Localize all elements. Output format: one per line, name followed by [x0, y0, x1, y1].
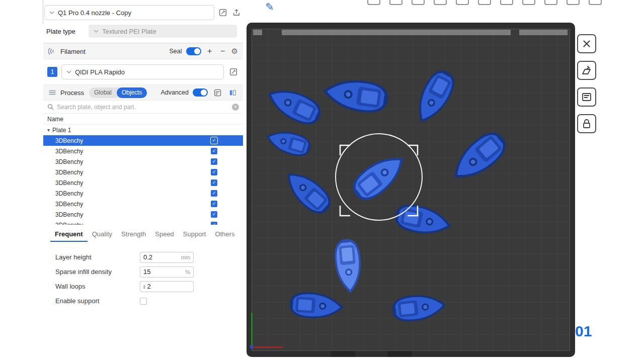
- search-icon: [47, 104, 54, 110]
- toolbar-icon-stub[interactable]: [522, 0, 535, 5]
- toolbar-icon-stub[interactable]: [412, 0, 425, 5]
- object-visibility-checkbox[interactable]: ✓: [211, 169, 217, 175]
- object-tree-row[interactable]: 3DBenchy✓: [43, 156, 243, 167]
- filament-section-header: Filament Seal + − ⚙: [43, 43, 243, 59]
- object-visibility-checkbox[interactable]: ✓: [211, 179, 217, 186]
- printer-row: Q1 Pro 0.4 nozzle - Copy: [44, 5, 242, 20]
- sparse-infill-density-input[interactable]: 15%: [140, 266, 194, 278]
- filament-dropdown[interactable]: QIDI PLA Rapido: [61, 64, 224, 79]
- filament-slot-number[interactable]: 1: [47, 67, 57, 77]
- edit-process-list-icon[interactable]: [212, 87, 223, 98]
- object-name: 3DBenchy: [55, 201, 83, 208]
- object-visibility-checkbox[interactable]: ✓: [211, 201, 217, 207]
- object-visibility-checkbox[interactable]: ✓: [211, 137, 217, 144]
- process-section-header: Process Global Objects Advanced: [43, 84, 243, 101]
- edit-pencil-icon[interactable]: ✎: [265, 1, 274, 13]
- object-name: 3DBenchy: [55, 211, 83, 218]
- seal-toggle[interactable]: [186, 47, 201, 55]
- toolbar-icon-stub[interactable]: [567, 0, 580, 5]
- tab-strength[interactable]: Strength: [117, 230, 150, 242]
- object-tree-row[interactable]: 3DBenchy✓: [43, 199, 243, 209]
- arrange-button[interactable]: [577, 87, 596, 107]
- spinner-arrows-icon[interactable]: ▴▾: [143, 284, 145, 289]
- left-panel: Q1 Pro 0.4 nozzle - Copy Plate type Text…: [0, 0, 243, 362]
- wall-loops-input[interactable]: ▴▾2: [140, 281, 194, 292]
- seal-label: Seal: [170, 48, 182, 55]
- advanced-toggle[interactable]: [193, 88, 208, 97]
- process-layers-icon: [48, 88, 56, 97]
- filament-settings-gear-icon[interactable]: ⚙: [231, 47, 238, 56]
- tab-others[interactable]: Others: [210, 230, 239, 242]
- object-tree-row[interactable]: 3DBenchy✓: [43, 220, 243, 225]
- plate-type-label: Plate type: [46, 28, 79, 35]
- auto-orient-icon: [581, 64, 593, 76]
- toolbar-icon-stub[interactable]: [500, 0, 513, 5]
- viewport: ✎ 01: [243, 0, 644, 362]
- object-tree-row[interactable]: 3DBenchy✓: [43, 167, 243, 177]
- search-input[interactable]: [57, 104, 229, 111]
- object-name: 3DBenchy: [55, 222, 83, 225]
- sparse-infill-density-label: Sparse infill density: [55, 268, 140, 276]
- layer-height-value: 0.2: [143, 253, 179, 261]
- plate-type-value: Textured PEI Plate: [102, 28, 232, 35]
- layer-height-row: Layer height0.2mm: [55, 250, 243, 264]
- filament-spool-icon: [48, 47, 56, 55]
- tab-support[interactable]: Support: [179, 230, 211, 242]
- enable-support-label: Enable support: [55, 297, 140, 305]
- layer-height-input[interactable]: 0.2mm: [140, 252, 194, 263]
- object-tree-row[interactable]: 3DBenchy✓: [43, 135, 243, 146]
- sparse-infill-density-value: 15: [143, 268, 183, 276]
- layer-height-label: Layer height: [55, 253, 140, 261]
- object-name: 3DBenchy: [55, 190, 83, 197]
- add-filament-button[interactable]: +: [205, 47, 214, 55]
- chevron-down-icon: [49, 11, 54, 14]
- edit-printer-icon[interactable]: [217, 7, 228, 18]
- lock-button[interactable]: [577, 114, 596, 133]
- tab-quality[interactable]: Quality: [88, 230, 117, 242]
- printer-dropdown[interactable]: Q1 Pro 0.4 nozzle - Copy: [44, 5, 214, 20]
- object-tree-row[interactable]: 3DBenchy✓: [43, 188, 243, 199]
- right-tool-column: [577, 34, 596, 133]
- arrange-icon: [581, 91, 593, 103]
- object-visibility-checkbox[interactable]: ✓: [211, 158, 217, 165]
- toolbar-icon-stub[interactable]: [478, 0, 491, 5]
- object-visibility-checkbox[interactable]: ✓: [211, 222, 217, 225]
- toolbar-icon-stub[interactable]: [434, 0, 447, 5]
- wall-loops-row: Wall loops▴▾2: [55, 279, 243, 294]
- object-name: 3DBenchy: [55, 179, 83, 187]
- scope-global-option[interactable]: Global: [89, 87, 117, 98]
- toolbar-icon-stub[interactable]: [589, 0, 602, 5]
- object-visibility-checkbox[interactable]: ✓: [211, 148, 217, 154]
- object-tree-row[interactable]: 3DBenchy✓: [43, 209, 243, 220]
- object-name: 3DBenchy: [55, 169, 83, 176]
- expander-icon[interactable]: ▾: [47, 127, 50, 133]
- tab-frequent[interactable]: Frequent: [50, 230, 88, 242]
- close-icon: [581, 38, 593, 50]
- plate-type-dropdown[interactable]: Textured PEI Plate: [89, 25, 237, 38]
- scope-objects-option[interactable]: Objects: [117, 87, 147, 98]
- printer-name: Q1 Pro 0.4 nozzle - Copy: [58, 9, 209, 17]
- toolbar-icon-stub[interactable]: [389, 0, 403, 5]
- chevron-down-icon: [94, 30, 99, 33]
- tab-speed[interactable]: Speed: [150, 230, 179, 242]
- delete-all-button[interactable]: [577, 34, 596, 53]
- toolbar-icon-stub[interactable]: [544, 0, 557, 5]
- tree-plate-node[interactable]: ▾ Plate 1: [43, 125, 243, 135]
- object-visibility-checkbox[interactable]: ✓: [211, 211, 217, 218]
- toolbar-icon-stub[interactable]: [456, 0, 469, 5]
- enable-support-checkbox[interactable]: [140, 298, 147, 305]
- object-tree-row[interactable]: 3DBenchy✓: [43, 177, 243, 188]
- object-name: 3DBenchy: [55, 158, 83, 165]
- clear-search-icon[interactable]: ×: [232, 104, 239, 111]
- filament-title: Filament: [60, 48, 86, 55]
- compare-presets-icon[interactable]: [227, 87, 238, 98]
- unit-label: mm: [181, 254, 190, 260]
- toolbar-icon-stub[interactable]: [367, 0, 380, 5]
- object-visibility-checkbox[interactable]: ✓: [211, 190, 217, 197]
- object-tree-row[interactable]: 3DBenchy✓: [43, 146, 243, 156]
- auto-orient-button[interactable]: [577, 61, 596, 80]
- process-title: Process: [60, 89, 84, 97]
- edit-filament-icon[interactable]: [228, 66, 239, 77]
- export-icon[interactable]: [231, 7, 242, 18]
- remove-filament-button[interactable]: −: [218, 47, 227, 55]
